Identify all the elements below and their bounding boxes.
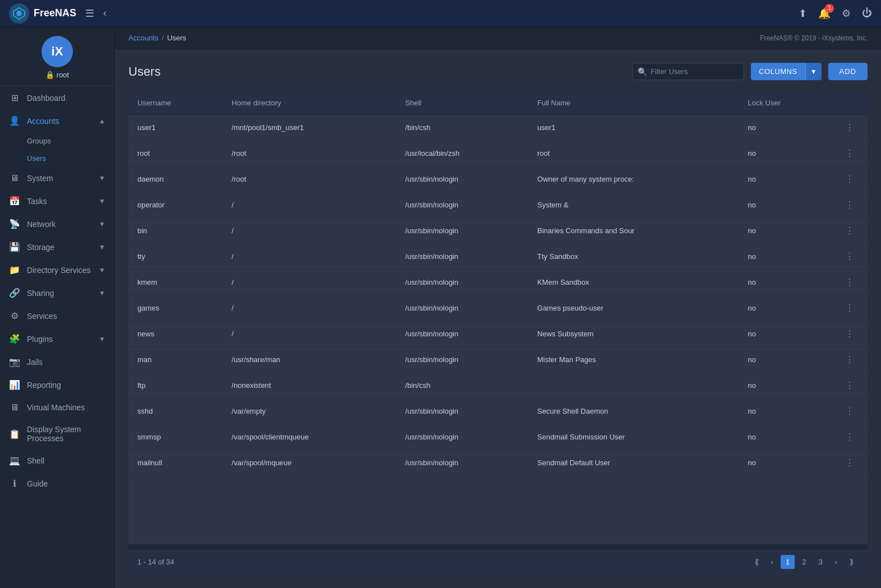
app-name: FreeNAS <box>34 7 76 19</box>
cell-shell: /usr/sbin/nologin <box>396 218 528 244</box>
back-icon[interactable]: ‹ <box>103 7 107 19</box>
row-actions-menu[interactable]: ⋮ <box>841 301 859 315</box>
row-actions-menu[interactable]: ⋮ <box>841 224 859 238</box>
cell-home-directory: /usr/share/man <box>223 347 396 373</box>
table-row: sshd /var/empty /usr/sbin/nologin Secure… <box>128 399 868 424</box>
settings-icon[interactable]: ⚙ <box>842 7 851 20</box>
accounts-icon: 👤 <box>9 115 20 126</box>
cell-home-directory: /mnt/pool1/smb_user1 <box>223 115 396 141</box>
row-actions-menu[interactable]: ⋮ <box>841 404 859 418</box>
table: Username Home directory Shell Full Name … <box>128 91 868 476</box>
pagination-next[interactable]: › <box>830 555 842 569</box>
filter-input[interactable] <box>632 63 744 80</box>
pagination-last[interactable]: ⟫ <box>845 555 859 569</box>
pagination-first[interactable]: ⟪ <box>750 555 764 569</box>
directory-services-icon: 📁 <box>9 265 20 275</box>
sidebar-item-reporting[interactable]: 📊 Reporting <box>0 373 114 396</box>
col-lock-user: Lock User <box>739 91 832 115</box>
cell-shell: /usr/sbin/nologin <box>396 192 528 218</box>
cell-full-name: Owner of many system proce: <box>528 166 739 192</box>
columns-dropdown-arrow[interactable]: ▼ <box>805 63 822 80</box>
sidebar-item-label: Network <box>27 220 92 229</box>
row-actions-menu[interactable]: ⋮ <box>841 121 859 135</box>
cell-home-directory: / <box>223 321 396 347</box>
cell-shell: /usr/sbin/nologin <box>396 450 528 476</box>
sidebar-item-sharing[interactable]: 🔗 Sharing ▼ <box>0 281 114 304</box>
content-header: Users 🔍 COLUMNS ▼ ADD <box>128 63 868 80</box>
row-actions-menu[interactable]: ⋮ <box>841 430 859 444</box>
horizontal-scrollbar[interactable] <box>128 544 868 549</box>
sidebar-item-dashboard[interactable]: ⊞ Dashboard <box>0 86 114 109</box>
sidebar-item-virtual-machines[interactable]: 🖥 Virtual Machines <box>0 396 114 419</box>
add-button[interactable]: ADD <box>828 63 868 80</box>
sidebar-item-jails[interactable]: 📷 Jails <box>0 350 114 373</box>
sidebar-item-services[interactable]: ⚙ Services <box>0 304 114 327</box>
menu-icon[interactable]: ☰ <box>85 7 94 20</box>
row-actions-menu[interactable]: ⋮ <box>841 456 859 470</box>
row-actions-menu[interactable]: ⋮ <box>841 198 859 212</box>
columns-button[interactable]: COLUMNS <box>751 63 805 80</box>
tasks-icon: 📅 <box>9 196 20 206</box>
row-actions-menu[interactable]: ⋮ <box>841 172 859 186</box>
breadcrumb-parent[interactable]: Accounts <box>128 34 158 42</box>
sidebar-item-system[interactable]: 🖥 System ▼ <box>0 167 114 189</box>
sidebar-item-directory-services[interactable]: 📁 Directory Services ▼ <box>0 258 114 281</box>
table-header-row: Username Home directory Shell Full Name … <box>128 91 868 115</box>
sidebar-item-label: Reporting <box>27 381 105 390</box>
sidebar-item-guide[interactable]: ℹ Guide <box>0 472 114 495</box>
power-icon[interactable]: ⏻ <box>862 7 872 19</box>
sidebar-item-label: Dashboard <box>27 94 105 103</box>
cell-shell: /usr/local/bin/zsh <box>396 141 528 166</box>
sidebar-item-storage[interactable]: 💾 Storage ▼ <box>0 235 114 258</box>
table-scroll[interactable]: Username Home directory Shell Full Name … <box>128 91 868 544</box>
cell-shell: /usr/sbin/nologin <box>396 399 528 424</box>
sidebar-item-users[interactable]: Users <box>27 150 114 167</box>
copyright-text: FreeNAS® © 2019 - iXsystems, Inc. <box>760 34 868 42</box>
row-actions-menu[interactable]: ⋮ <box>841 378 859 392</box>
sidebar-item-groups[interactable]: Groups <box>27 132 114 150</box>
cell-actions: ⋮ <box>832 115 868 141</box>
cell-lock-user: no <box>739 347 832 373</box>
sidebar-item-plugins[interactable]: 🧩 Plugins ▼ <box>0 327 114 350</box>
col-home-directory: Home directory <box>223 91 396 115</box>
cell-actions: ⋮ <box>832 192 868 218</box>
sidebar-item-label: System <box>27 174 92 183</box>
upload-icon[interactable]: ⬆ <box>799 7 807 20</box>
pagination-prev[interactable]: ‹ <box>766 555 778 569</box>
cell-username: sshd <box>128 399 223 424</box>
table-row: bin / /usr/sbin/nologin Binaries Command… <box>128 218 868 244</box>
sidebar-item-label: Storage <box>27 243 92 252</box>
cell-full-name: Sendmail Default User <box>528 450 739 476</box>
cell-username: smmsp <box>128 424 223 450</box>
content-area: Users 🔍 COLUMNS ▼ ADD <box>115 49 881 588</box>
sidebar-item-label: Tasks <box>27 197 92 206</box>
table-row: user1 /mnt/pool1/smb_user1 /bin/csh user… <box>128 115 868 141</box>
pagination-page-2[interactable]: 2 <box>797 555 811 569</box>
breadcrumb-path: Accounts / Users <box>128 34 186 42</box>
cell-full-name: Games pseudo-user <box>528 295 739 321</box>
pagination-page-1[interactable]: 1 <box>781 555 795 569</box>
cell-lock-user: no <box>739 424 832 450</box>
vm-icon: 🖥 <box>9 402 20 413</box>
sidebar-item-shell[interactable]: 💻 Shell <box>0 449 114 472</box>
chevron-down-icon: ▼ <box>99 335 105 343</box>
services-icon: ⚙ <box>9 311 20 321</box>
row-actions-menu[interactable]: ⋮ <box>841 353 859 367</box>
sidebar-item-network[interactable]: 📡 Network ▼ <box>0 212 114 235</box>
sidebar-item-tasks[interactable]: 📅 Tasks ▼ <box>0 189 114 212</box>
sidebar-item-accounts[interactable]: 👤 Accounts ▲ <box>0 109 114 132</box>
row-actions-menu[interactable]: ⋮ <box>841 249 859 263</box>
sidebar-item-display-system-processes[interactable]: 📋 Display System Processes <box>0 419 114 449</box>
cell-home-directory: / <box>223 295 396 321</box>
cell-shell: /usr/sbin/nologin <box>396 295 528 321</box>
sharing-icon: 🔗 <box>9 288 20 298</box>
pagination-page-3[interactable]: 3 <box>813 555 827 569</box>
search-icon: 🔍 <box>638 67 647 76</box>
notification-wrapper: 🔔 1 <box>818 7 831 20</box>
filter-input-wrap: 🔍 <box>632 63 744 80</box>
row-actions-menu[interactable]: ⋮ <box>841 327 859 341</box>
row-actions-menu[interactable]: ⋮ <box>841 275 859 289</box>
cell-actions: ⋮ <box>832 218 868 244</box>
row-actions-menu[interactable]: ⋮ <box>841 146 859 160</box>
users-table: Username Home directory Shell Full Name … <box>128 91 868 575</box>
